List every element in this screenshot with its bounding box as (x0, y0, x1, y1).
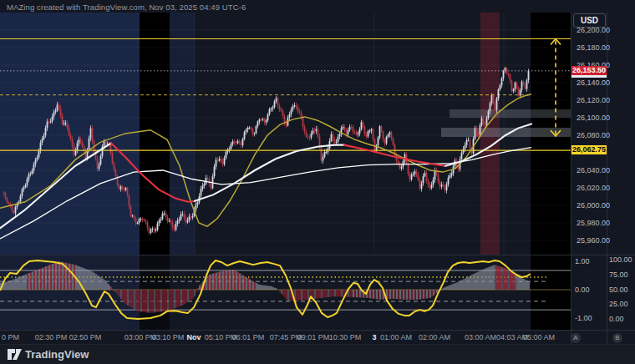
price-axis-border (571, 13, 572, 344)
time-axis-label: 02:30 PM (35, 333, 68, 341)
indicator-panel-canvas[interactable] (0, 255, 571, 330)
price-axis-label: 26,000.00 (577, 201, 610, 210)
time-axis-label: Nov (186, 333, 201, 341)
price-axis-label: 26,040.00 (577, 166, 610, 174)
level-price-label: 26,062.75 (572, 145, 607, 154)
indicator-scale-a-label: 0.00 (575, 286, 590, 294)
scale-badge-b[interactable]: B (612, 333, 622, 343)
time-axis-label: 3 (372, 333, 376, 341)
indicator-scale-a-label: 1.00 (575, 257, 590, 265)
chart-attribution: MAZing created with TradingView.com, Nov… (7, 3, 246, 12)
price-axis-label: 26,140.00 (577, 78, 610, 87)
price-axis-label: 26,100.00 (577, 114, 610, 122)
footer-bar: TradingView (0, 345, 635, 364)
time-axis-label: 0 PM (2, 333, 19, 341)
time-axis-border (0, 330, 635, 331)
indicator-scale-b-label: 75.00 (609, 270, 628, 279)
price-axis-label: 25,980.00 (577, 219, 610, 227)
indicator-scale-b-label: 50.00 (609, 286, 628, 294)
indicator-scale-b-label: 0.00 (609, 315, 624, 323)
current-price-label: 26,153.50 (572, 66, 607, 75)
panel-divider[interactable] (0, 255, 635, 255)
time-axis-label: 02:00 AM (419, 333, 450, 341)
price-axis-label: 26,080.00 (577, 131, 610, 139)
scale-badge-a[interactable]: A (571, 333, 581, 343)
indicator-scale-a-label: -1.00 (575, 314, 592, 322)
time-axis-label: 01:00 AM (380, 333, 412, 341)
price-axis-label: 26,120.00 (577, 96, 610, 104)
time-axis-label: 10:30 PM (329, 333, 362, 341)
time-axis-label: 09:01 PM (297, 333, 330, 341)
price-axis-label: 26,180.00 (577, 43, 610, 52)
current-price-countdown (572, 75, 607, 78)
indicator-scale-b-label: 25.00 (609, 300, 628, 308)
tradingview-wordmark[interactable]: TradingView (25, 348, 89, 361)
price-axis-label: 26,020.00 (577, 184, 610, 192)
tradingview-chart-window: MAZing created with TradingView.com, Nov… (0, 0, 635, 364)
time-axis-label: 03:10 PM (152, 333, 185, 341)
tradingview-logo-icon[interactable] (8, 348, 22, 364)
time-axis-label: 05:00 AM (523, 333, 555, 341)
main-chart-canvas[interactable] (0, 13, 571, 255)
time-axis-label: 03:00 AM (465, 333, 496, 341)
price-axis-label: 25,960.00 (577, 236, 610, 245)
price-axis-label: 26,200.00 (577, 26, 610, 34)
time-axis-label: 02:50 PM (69, 333, 102, 341)
time-axis-label: 06:01 PM (232, 333, 265, 341)
indicator-scale-b-label: 100.00 (609, 255, 632, 264)
